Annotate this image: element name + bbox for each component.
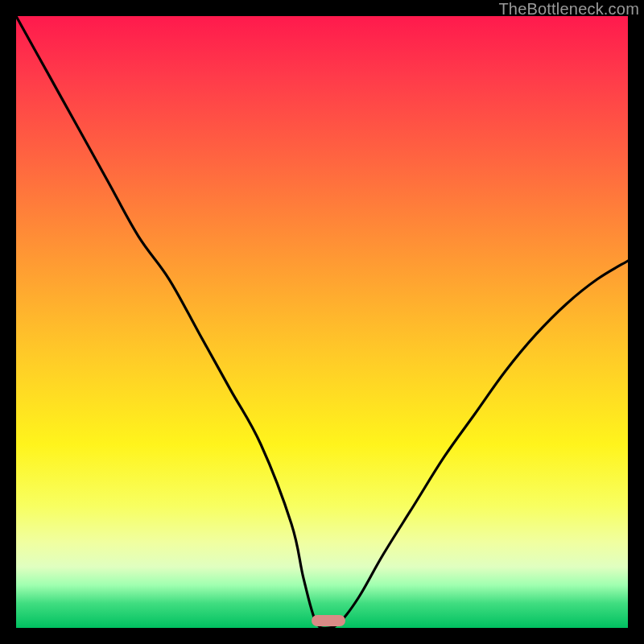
bottleneck-curve	[16, 16, 628, 628]
watermark-text: TheBottleneck.com	[498, 0, 639, 19]
optimal-marker	[312, 615, 345, 626]
plot-area	[16, 16, 628, 628]
chart-frame: TheBottleneck.com	[0, 0, 644, 644]
curve-svg	[16, 16, 628, 628]
